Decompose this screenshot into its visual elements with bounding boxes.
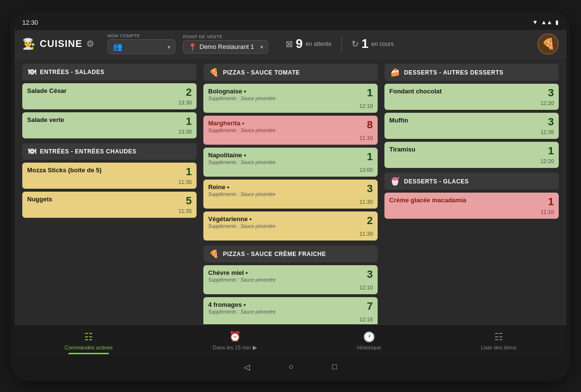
- category-icon-entrees-chaudes: 🍽: [28, 147, 36, 156]
- nav-label-historique: Historique: [357, 345, 382, 350]
- en-attente-stat: ⊠ 9 en attente: [286, 36, 332, 51]
- point-de-vente-dropdown-wrapper: 📍 Demo Restaurant 1 ▼: [183, 40, 268, 54]
- order-card-desserts-autres-2[interactable]: Tiramisu112:20: [384, 142, 559, 168]
- section-pizzas-tomate: 🍕PIZZAS - SAUCE TOMATEBolognaise •Supplé…: [203, 64, 378, 241]
- nav-item-commandes-actives[interactable]: ☷Commandes actives: [55, 327, 122, 354]
- card-time: 11:30: [208, 231, 373, 237]
- battery-icon: ▮: [555, 19, 559, 26]
- order-card-pizzas-tomate-0[interactable]: Bolognaise •Suppléments : Sauce pimentée…: [203, 84, 378, 113]
- nav-item-historique[interactable]: 🕐Historique: [348, 327, 391, 354]
- nav-item-liste-items[interactable]: ☷Liste des items: [471, 327, 526, 354]
- point-de-vente-group: POINT DE VENTE 📍 Demo Restaurant 1 ▼: [183, 34, 268, 54]
- card-count: 1: [548, 146, 554, 156]
- order-card-entrees-chaudes-1[interactable]: Nuggets511:35: [22, 192, 197, 218]
- card-main-row: Mozza Sticks (boite de 5)1: [27, 166, 192, 177]
- card-left: Muffin: [389, 117, 408, 124]
- card-time: 13:00: [208, 167, 373, 173]
- card-count: 7: [367, 301, 373, 312]
- nav-label-liste-items: Liste des items: [481, 345, 516, 350]
- order-card-entrees-chaudes-0[interactable]: Mozza Sticks (boite de 5)111:35: [22, 163, 197, 189]
- en-cours-label: en cours: [371, 41, 394, 47]
- order-card-pizzas-tomate-4[interactable]: Végétarienne •Suppléments : Sauce piment…: [203, 211, 378, 241]
- nav-icon-liste-items: ☷: [494, 331, 503, 343]
- card-time: 12:20: [389, 100, 554, 106]
- section-pizzas-creme: 🍕PIZZAS - SAUCE CRÈME FRAICHEChèvre miel…: [203, 245, 378, 324]
- tablet-frame: 12:30 ▼ ▲▲ ▮ 👨‍🍳 CUISINE ⚙ MON COMPTE 👥 …: [15, 15, 566, 377]
- order-card-entrees-salades-1[interactable]: Salade verte113:30: [22, 112, 197, 138]
- card-name: Reine •: [208, 183, 275, 191]
- card-count: 8: [367, 120, 373, 130]
- en-cours-count: 1: [362, 36, 368, 51]
- card-left: Salade César: [27, 87, 67, 94]
- order-card-pizzas-creme-0[interactable]: Chèvre miel •Suppléments : Sauce pimenté…: [203, 265, 378, 294]
- column-0: 🍽ENTRÉES - SALADESSalade César213:30Sala…: [22, 64, 197, 218]
- card-main-row: Nuggets5: [27, 196, 192, 206]
- order-card-desserts-autres-1[interactable]: Muffin312:35: [384, 113, 559, 139]
- nav-arrow-dans-15min: ▶: [253, 344, 257, 351]
- card-main-row: 4 fromages •Suppléments : Sauce pimentée…: [208, 301, 373, 315]
- point-de-vente-select-area[interactable]: 📍 Demo Restaurant 1: [183, 40, 268, 54]
- card-name: Muffin: [389, 117, 408, 124]
- android-nav: ◁ ○ □: [15, 356, 566, 377]
- card-count: 3: [548, 88, 554, 98]
- order-card-pizzas-tomate-3[interactable]: Reine •Suppléments : Sauce pimentée311:3…: [203, 180, 378, 209]
- mon-compte-user-icon: 👥: [113, 42, 122, 51]
- card-count: 3: [367, 269, 373, 280]
- order-card-pizzas-tomate-1[interactable]: Margherita •Suppléments : Sauce pimentée…: [203, 116, 378, 145]
- brand: 👨‍🍳 CUISINE ⚙: [22, 38, 100, 50]
- card-left: 4 fromages •Suppléments : Sauce pimentée: [208, 301, 275, 315]
- card-time: 12:20: [389, 158, 554, 164]
- nav-icon-historique: 🕐: [363, 331, 375, 343]
- card-count: 3: [367, 183, 373, 194]
- category-header-desserts-glaces: 🍧DESSERTS - GLACES: [384, 173, 559, 190]
- card-name: Mozza Sticks (boite de 5): [27, 166, 102, 174]
- card-main-row: Chèvre miel •Suppléments : Sauce pimenté…: [208, 269, 373, 283]
- card-name: Margherita •: [208, 120, 275, 127]
- card-count: 1: [367, 88, 373, 98]
- status-time: 12:30: [22, 19, 38, 26]
- card-left: Tiramisu: [389, 146, 415, 153]
- back-button[interactable]: ◁: [244, 362, 250, 372]
- card-main-row: Napolitaine •Suppléments : Sauce pimenté…: [208, 151, 373, 165]
- card-main-row: Reine •Suppléments : Sauce pimentée3: [208, 183, 373, 197]
- status-icons: ▼ ▲▲ ▮: [532, 19, 559, 26]
- card-supplement: Suppléments : Sauce pimentée: [208, 309, 275, 315]
- category-header-pizzas-tomate: 🍕PIZZAS - SAUCE TOMATE: [203, 64, 378, 81]
- mon-compte-label: MON COMPTE: [107, 33, 175, 38]
- order-card-desserts-glaces-0[interactable]: Crème glacée macadamia111:10: [384, 193, 559, 219]
- category-title-pizzas-tomate: PIZZAS - SAUCE TOMATE: [223, 69, 300, 76]
- card-count: 1: [367, 151, 373, 162]
- main-content: 🍽ENTRÉES - SALADESSalade César213:30Sala…: [15, 58, 566, 324]
- card-left: Végétarienne •Suppléments : Sauce piment…: [208, 215, 275, 229]
- nav-label-commandes-actives: Commandes actives: [64, 345, 113, 350]
- order-card-pizzas-creme-1[interactable]: 4 fromages •Suppléments : Sauce pimentée…: [203, 297, 378, 324]
- card-time: 11:30: [208, 199, 373, 205]
- order-card-desserts-autres-0[interactable]: Fondant chocolat312:20: [384, 84, 559, 110]
- section-entrees-chaudes: 🍽ENTRÉES - ENTRÉES CHAUDESMozza Sticks (…: [22, 143, 197, 218]
- card-count: 2: [367, 215, 373, 226]
- category-icon-desserts-glaces: 🍧: [390, 177, 400, 186]
- order-card-pizzas-tomate-2[interactable]: Napolitaine •Suppléments : Sauce pimenté…: [203, 148, 378, 177]
- card-left: Salade verte: [27, 116, 64, 123]
- card-name: Chèvre miel •: [208, 269, 275, 276]
- settings-icon[interactable]: ⚙: [86, 39, 94, 49]
- card-left: Chèvre miel •Suppléments : Sauce pimenté…: [208, 269, 275, 283]
- card-left: Napolitaine •Suppléments : Sauce pimenté…: [208, 151, 275, 165]
- card-time: 11:10: [389, 209, 554, 215]
- nav-item-dans-15min[interactable]: ⏰Dans les 15 min▶: [203, 327, 267, 355]
- mon-compte-select-area[interactable]: 👥: [107, 39, 175, 54]
- card-left: Crème glacée macadamia: [389, 196, 466, 204]
- en-attente-count: 9: [296, 36, 303, 51]
- section-desserts-glaces: 🍧DESSERTS - GLACESCrème glacée macadamia…: [384, 173, 559, 219]
- order-card-entrees-salades-0[interactable]: Salade César213:30: [22, 83, 197, 109]
- brand-name: CUISINE: [40, 38, 82, 49]
- home-button[interactable]: ○: [289, 362, 293, 371]
- card-main-row: Crème glacée macadamia1: [389, 196, 554, 207]
- card-count: 2: [186, 87, 192, 98]
- avatar[interactable]: 🍕: [537, 33, 559, 55]
- en-cours-icon: ↻: [352, 39, 359, 49]
- card-supplement: Suppléments : Sauce pimentée: [208, 192, 275, 197]
- nav-icon-commandes-actives: ☷: [84, 331, 93, 343]
- recent-button[interactable]: □: [332, 362, 337, 371]
- category-header-desserts-autres: 🍰DESSERTS - AUTRES DESSERTS: [384, 64, 559, 81]
